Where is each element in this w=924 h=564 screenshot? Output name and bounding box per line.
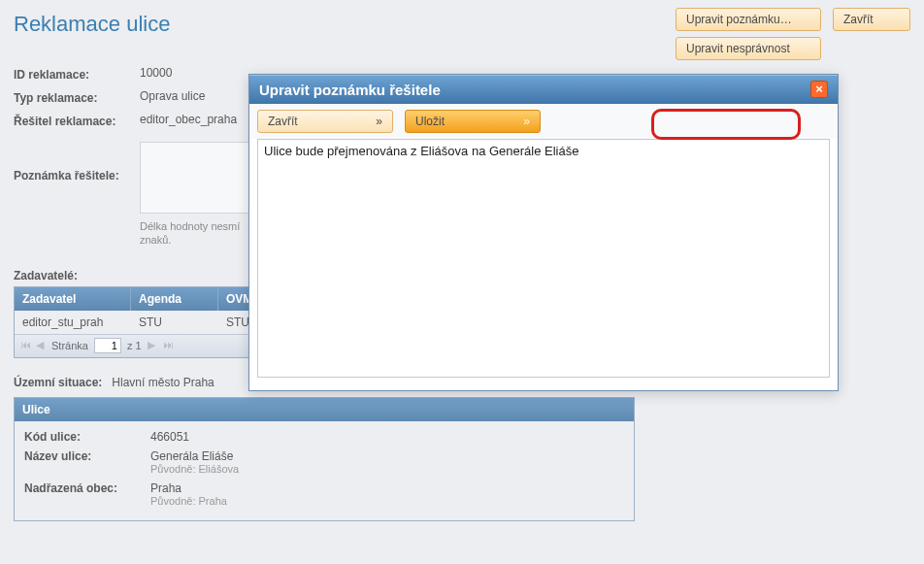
cell-zadavatel: editor_stu_prah <box>15 315 131 329</box>
kod-value: 466051 <box>150 430 189 444</box>
note-textarea[interactable] <box>257 139 830 378</box>
page-title: Reklamace ulice <box>14 12 170 37</box>
pager-of: z 1 <box>127 340 142 351</box>
dialog-close-button[interactable]: Zavřít » <box>257 110 393 133</box>
dialog-save-button[interactable]: Uložit » <box>405 110 541 133</box>
type-label: Typ reklamace: <box>14 89 140 105</box>
territory-value: Hlavní město Praha <box>112 376 214 389</box>
note-label: Poznámka řešitele: <box>14 142 140 182</box>
type-value: Oprava ulice <box>140 89 205 103</box>
ulice-panel-title: Ulice <box>15 398 634 421</box>
solver-value: editor_obec_praha <box>140 113 237 126</box>
dialog-close-label: Zavřít <box>268 115 298 128</box>
edit-wrongness-button[interactable]: Upravit nesprávnost <box>676 37 821 60</box>
dialog-save-label: Uložit <box>415 115 445 128</box>
obec-original: Původně: Praha <box>150 495 624 507</box>
col-zadavatel[interactable]: Zadavatel <box>15 287 131 311</box>
chevron-right-icon: » <box>523 115 530 128</box>
next-page-icon[interactable]: ▶ <box>148 339 157 352</box>
edit-note-button[interactable]: Upravit poznámku… <box>676 8 821 31</box>
cell-agenda: STU <box>131 315 218 329</box>
obec-value: Praha <box>150 481 182 495</box>
header-buttons: Upravit poznámku… Zavřít Upravit nespráv… <box>676 8 910 60</box>
dialog-titlebar[interactable]: Upravit poznámku řešitele × <box>249 75 838 104</box>
nazev-label: Název ulice: <box>24 449 150 463</box>
id-label: ID reklamace: <box>14 66 140 82</box>
first-page-icon[interactable]: ⏮ <box>20 339 30 352</box>
kod-label: Kód ulice: <box>24 430 150 444</box>
col-agenda[interactable]: Agenda <box>131 287 218 311</box>
last-page-icon[interactable]: ⏭ <box>163 339 173 352</box>
obec-label: Nadřazená obec: <box>24 481 150 495</box>
chevron-right-icon: » <box>376 115 382 128</box>
nazev-value: Generála Eliáše <box>150 449 233 463</box>
close-label: Zavřít <box>843 13 874 26</box>
close-button[interactable]: Zavřít <box>833 8 910 31</box>
id-value: 10000 <box>140 66 172 80</box>
header: Reklamace ulice Upravit poznámku… Zavřít… <box>14 6 910 60</box>
nazev-original: Původně: Eliášova <box>150 463 624 475</box>
ulice-panel: Ulice Kód ulice: 466051 Název ulice: Gen… <box>14 397 635 521</box>
pager-label: Stránka <box>51 340 88 351</box>
dialog-title: Upravit poznámku řešitele <box>259 82 441 98</box>
dialog-toolbar: Zavřít » Uložit » <box>249 104 838 139</box>
edit-note-dialog: Upravit poznámku řešitele × Zavřít » Ulo… <box>248 74 839 391</box>
edit-note-label: Upravit poznámku… <box>686 13 792 26</box>
solver-label: Řešitel reklamace: <box>14 113 140 128</box>
close-icon[interactable]: × <box>810 81 828 98</box>
page-input[interactable] <box>94 338 121 353</box>
territory-label: Územní situace: <box>14 376 102 389</box>
prev-page-icon[interactable]: ◀ <box>36 339 46 352</box>
edit-wrongness-label: Upravit nesprávnost <box>686 42 790 55</box>
